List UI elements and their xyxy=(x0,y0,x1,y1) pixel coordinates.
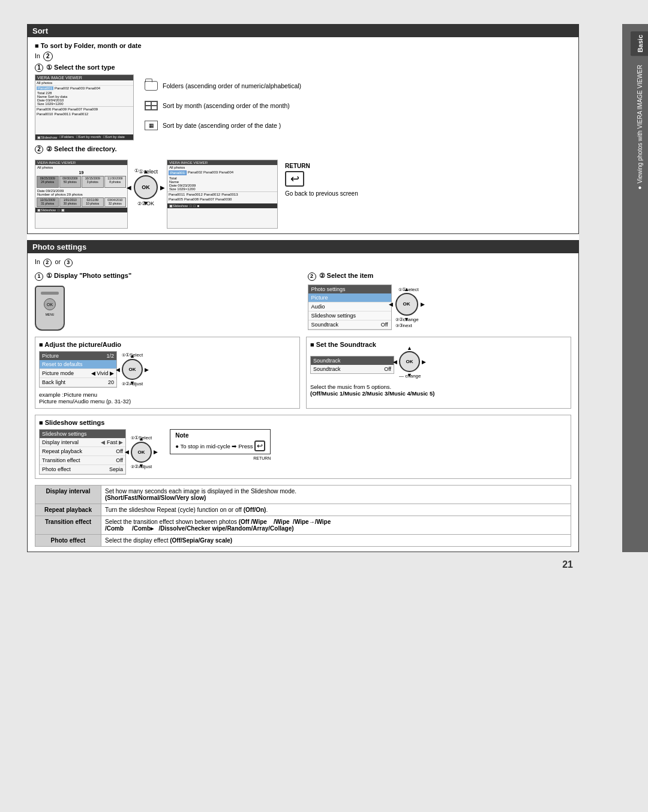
photo-settings-title: Photo settings xyxy=(32,242,86,251)
ok-button-soundtrack[interactable]: OK xyxy=(399,351,420,372)
slideshow-settings-box-outer: ■ Slideshow settings Slideshow settings … xyxy=(35,415,571,479)
adjust-picture-box: ■ Adjust the picture/Audio Picture 1/2 R… xyxy=(35,337,300,409)
slideshow-menu-box: Slideshow settings Display interval ◀ Fa… xyxy=(39,429,126,475)
return-label-note: RETURN xyxy=(170,456,271,460)
adjust-soundtrack-row: ■ Adjust the picture/Audio Picture 1/2 R… xyxy=(35,337,571,409)
sort-screen-mock: VIERA IMAGE VIEWER All photos Pana001 Pa… xyxy=(35,74,134,140)
dir-right-screen: VIERA IMAGE VIEWER All photos Pana001 Pa… xyxy=(167,160,278,229)
photo-col-right: 2 ② Select the item Photo settings Pictu… xyxy=(308,272,572,331)
photo-menu-audio: Audio xyxy=(308,302,391,311)
photo-menu-soundtrack: Soundtrack Off xyxy=(308,320,391,329)
slideshow-nav: Slideshow settings Display interval ◀ Fa… xyxy=(39,429,567,475)
sidebar-text: ● Viewing photos with VIERA IMAGE VIEWER xyxy=(635,65,645,191)
ss-repeat-row: Repeat playback Off xyxy=(40,447,125,456)
photo-nav-btn: ①①select OK ▲ ▼ ◀ ▶ ②②ch xyxy=(395,287,419,328)
soundtrack-nav: Soundtrack Soundtrack Off OK ▲ xyxy=(310,351,567,379)
sort-step1-label: 1 ① Select the sort type xyxy=(35,64,571,72)
sort-section: Sort ■ To sort by Folder, month or date … xyxy=(27,24,579,234)
sort-heading: ■ To sort by Folder, month or date xyxy=(35,42,571,49)
slideshow-settings-area: ■ Slideshow settings Slideshow settings … xyxy=(35,415,571,479)
cal-icon: ▦ xyxy=(145,121,158,130)
go-back-text: Go back to previous screen xyxy=(285,190,358,198)
photo-two-col: 1 ① Display "Photo settings" OK MENU xyxy=(35,272,571,331)
photo-col-left: 1 ① Display "Photo settings" OK MENU xyxy=(35,272,299,331)
photo-settings-menu-box: Photo settings Picture Audio Slideshow s… xyxy=(308,284,392,330)
table-desc-transition: Select the transition effect shown betwe… xyxy=(101,516,571,535)
table-row-display-interval: Display interval Set how many seconds ea… xyxy=(35,486,571,504)
next-label: ③③next xyxy=(395,323,419,328)
sort-options: Folders (ascending order of numeric/alph… xyxy=(145,77,301,137)
table-label-repeat: Repeat playback xyxy=(35,504,101,516)
photo-settings-header: Photo settings xyxy=(28,241,578,253)
soundtrack-nav-btn: OK ▲ ▼ ◀ ▶ — change xyxy=(399,351,421,379)
grid-icon xyxy=(145,101,158,110)
photo-step1-label: 1 ① Display "Photo settings" xyxy=(35,272,299,281)
example-text: example :Picture menu Picture menu/Audio… xyxy=(39,391,296,404)
table-label-photo-effect: Photo effect xyxy=(35,535,101,547)
sort-in-label: In 2 xyxy=(35,52,571,61)
table-label-transition: Transition effect xyxy=(35,516,101,535)
sort-type-area: VIERA IMAGE VIEWER All photos Pana001 Pa… xyxy=(35,74,571,140)
note-text: ● To stop in mid-cycle ➡ Press ↩ xyxy=(175,441,265,451)
ok-button-adjust[interactable]: OK xyxy=(122,359,143,380)
photo-menu-title: Photo settings xyxy=(308,285,391,293)
photo-menu-picture: Picture xyxy=(308,293,391,302)
sort-body: ■ To sort by Folder, month or date In 2 … xyxy=(28,37,578,233)
remote-control-area: OK MENU xyxy=(35,286,299,331)
dir-left-screen: VIERA IMAGE VIEWER All photos 19 09/25/2… xyxy=(35,160,128,229)
ss-transition-row: Transition effect Off xyxy=(40,456,125,465)
picture-menu-nav: Picture 1/2 Reset to defaults Picture mo… xyxy=(39,351,296,388)
photo-step2-label: 2 ② Select the item xyxy=(308,272,572,281)
table-desc-display-interval: Set how many seconds each image is displ… xyxy=(101,486,571,504)
remote-icon: OK MENU xyxy=(35,286,65,331)
ss-display-interval-row: Display interval ◀ Fast ▶ xyxy=(40,438,125,447)
sort-date-option: ▦ Sort by date (ascending order of the d… xyxy=(145,121,301,130)
right-sidebar: Basic ● Viewing photos with VIERA IMAGE … xyxy=(622,24,648,552)
soundtrack-select-text: Select the music from 5 options. (Off/Mu… xyxy=(310,383,567,397)
return-box: RETURN ↩ Go back to previous screen xyxy=(285,163,358,198)
photo-menu-nav: Photo settings Picture Audio Slideshow s… xyxy=(308,284,572,330)
ok-button-photo[interactable]: OK xyxy=(395,293,418,316)
table-row-repeat: Repeat playback Turn the slideshow Repea… xyxy=(35,504,571,516)
return-icon[interactable]: ↩ xyxy=(285,171,304,187)
soundtrack-box: ■ Set the Soundtrack Soundtrack Soundtra… xyxy=(306,337,571,409)
note-title: Note xyxy=(175,432,265,439)
note-area: Note ● To stop in mid-cycle ➡ Press ↩ RE… xyxy=(170,429,271,460)
ss-menu-title: Slideshow settings xyxy=(40,430,125,438)
basic-tab: Basic xyxy=(631,31,648,56)
picture-menu-box: Picture 1/2 Reset to defaults Picture mo… xyxy=(39,351,117,388)
adjust-title: ■ Adjust the picture/Audio xyxy=(39,341,296,348)
sort-title: Sort xyxy=(32,26,48,35)
table-label-display-interval: Display interval xyxy=(35,486,101,504)
ok-button-dir[interactable]: OK xyxy=(134,175,158,199)
photo-settings-section: Photo settings In 2 or 3 1 ① Display "Ph… xyxy=(27,240,579,552)
slideshow-nav-btn: ①①Select OK ▲ ▼ ◀ ▶ xyxy=(131,435,152,469)
nav-btn-group-dir: ①①select OK ▲ ▼ ◀ ▶ ②②OK xyxy=(134,169,158,206)
sort-folder-option: Folders (ascending order of numeric/alph… xyxy=(145,81,301,91)
table-desc-repeat: Turn the slideshow Repeat (cycle) functi… xyxy=(101,504,571,516)
photo-menu-slideshow: Slideshow settings xyxy=(308,311,391,320)
folder-icon xyxy=(145,81,158,91)
table-row-transition: Transition effect Select the transition … xyxy=(35,516,571,535)
sort-step2-label: 2 ② Select the directory. xyxy=(35,145,571,154)
page-container: Sort ■ To sort by Folder, month or date … xyxy=(27,24,579,552)
slideshow-title: ■ Slideshow settings xyxy=(39,419,567,426)
ok-button-slideshow[interactable]: OK xyxy=(131,442,152,463)
ss-photo-effect-row: Photo effect Sepia xyxy=(40,465,125,474)
page-number: 21 xyxy=(562,559,573,570)
dir-select-area: VIERA IMAGE VIEWER All photos 19 09/25/2… xyxy=(35,160,571,229)
back-light-row: Back light 20 xyxy=(40,378,116,387)
sort-month-option: Sort by month (ascending order of the mo… xyxy=(145,101,301,110)
soundtrack-menu-box: Soundtrack Soundtrack Off xyxy=(310,356,394,374)
table-desc-photo-effect: Select the display effect (Off/Sepia/Gra… xyxy=(101,535,571,547)
note-box: Note ● To stop in mid-cycle ➡ Press ↩ xyxy=(170,429,271,454)
photo-body: In 2 or 3 1 ① Display "Photo settings" xyxy=(28,253,578,552)
sort-circle2: 2 xyxy=(43,52,53,61)
reset-row: Reset to defaults xyxy=(40,360,116,369)
adjust-nav: ①①Select OK ▲ ▼ ◀ ▶ ②②Ad xyxy=(122,352,143,386)
picture-mode-row: Picture mode ◀ Vivid ▶ xyxy=(40,369,116,378)
table-row-photo-effect: Photo effect Select the display effect (… xyxy=(35,535,571,547)
photo-in-label: In 2 or 3 xyxy=(35,258,571,267)
return-icon-note: ↩ xyxy=(254,441,265,451)
sort-section-header: Sort xyxy=(28,25,578,37)
